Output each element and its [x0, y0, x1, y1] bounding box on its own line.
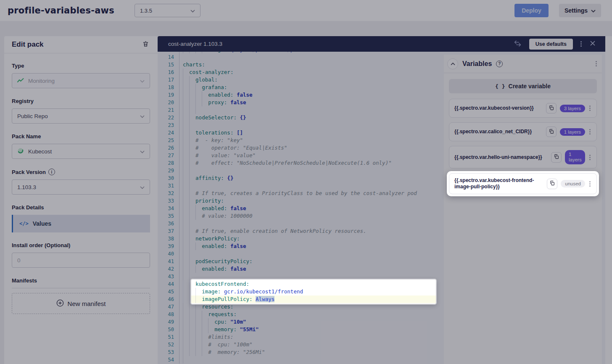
kebab-icon [589, 108, 591, 109]
line-number: 31 [158, 182, 179, 190]
chevron-down-icon [591, 7, 596, 14]
line-number: 25 [158, 137, 179, 144]
deploy-button[interactable]: Deploy [514, 4, 549, 17]
variable-usage-badge: 3 layers [560, 105, 585, 112]
chevron-down-icon [140, 78, 145, 84]
code-line-content: image: gcr.io/kubecost1/frontend [179, 288, 605, 295]
install-order-input[interactable] [12, 253, 150, 268]
registry-select[interactable]: Public Repo [12, 108, 150, 124]
variable-row-spotlight: {{.spectro.var.kubecost-frontend-image-p… [447, 171, 599, 196]
line-number: 45 [158, 288, 179, 295]
variable-row: {{.spectro.var.calico_net_CIDR}}1 layers [449, 122, 597, 141]
copy-variable-button[interactable] [546, 103, 557, 113]
edit-pack-panel: Edit pack Type Monitoring Registry Publ [4, 36, 158, 364]
variables-panel: Variables ? { } Create variable {{.spect… [444, 55, 602, 364]
variables-header: Variables ? [444, 55, 602, 73]
chevron-down-icon [140, 148, 145, 155]
code-line: 44kubecostFrontend: [158, 280, 605, 288]
type-label: Type [12, 63, 150, 69]
line-number: 29 [158, 167, 179, 174]
pack-details-values-tab[interactable]: </> Values [12, 215, 150, 232]
compare-values-button[interactable] [513, 40, 522, 49]
variable-row: {{.spectro.var.hello-uni-namespace}}1 la… [449, 146, 597, 169]
editor-close-button[interactable] [589, 40, 596, 48]
line-number: 32 [158, 190, 179, 197]
install-order-label: Install order (Optional) [12, 242, 150, 248]
editor-header: cost-analyzer 1.103.3 Use defaults [158, 36, 605, 52]
line-number: 17 [158, 76, 179, 84]
plus-circle-icon [56, 299, 64, 308]
copy-variable-button[interactable] [551, 152, 562, 163]
kebab-icon [596, 63, 597, 64]
new-manifest-label: New manifest [68, 300, 106, 307]
compare-icon [514, 40, 522, 48]
line-number: 51 [158, 333, 179, 341]
kebab-icon [580, 43, 582, 45]
variable-menu-button[interactable] [588, 131, 591, 132]
variable-usage-badge: 1 layers [565, 150, 585, 164]
copy-variable-button[interactable] [546, 127, 557, 137]
collapse-panel-button[interactable] [447, 58, 458, 69]
variable-menu-button[interactable] [588, 183, 591, 185]
help-icon[interactable]: ? [496, 61, 503, 67]
line-number: 27 [158, 152, 179, 159]
delete-pack-button[interactable] [141, 40, 150, 50]
line-number: 50 [158, 326, 179, 333]
monitoring-icon [17, 78, 24, 84]
info-icon[interactable]: i [48, 169, 55, 175]
line-number: 18 [158, 84, 179, 91]
kebab-icon [589, 131, 591, 132]
line-number: 41 [158, 258, 179, 265]
values-label: Values [33, 220, 51, 227]
pack-name-select[interactable]: Kubecost [12, 144, 150, 159]
line-number: 53 [158, 348, 179, 356]
variable-name: {{.spectro.var.hello-uni-namespace}} [454, 154, 548, 161]
settings-label: Settings [565, 7, 588, 14]
profile-version-value: 1.3.5 [140, 8, 152, 14]
type-value: Monitoring [28, 78, 55, 84]
line-number: 54 [158, 356, 179, 364]
line-number: 20 [158, 99, 179, 106]
line-number: 14 [158, 53, 179, 61]
close-icon [590, 41, 595, 47]
page-scrollbar[interactable] [605, 36, 612, 364]
pack-version-select[interactable]: 1.103.3 [12, 179, 150, 195]
top-bar: profile-variables-aws 1.3.5 Deploy Setti… [0, 0, 612, 21]
line-number: 48 [158, 311, 179, 318]
editor-menu-button[interactable] [580, 42, 583, 45]
code-line: 45image: gcr.io/kubecost1/frontend [158, 288, 605, 295]
profile-version-select[interactable]: 1.3.5 [135, 4, 200, 17]
variables-menu-button[interactable] [595, 62, 598, 65]
new-manifest-button[interactable]: New manifest [12, 293, 150, 314]
pack-details-label: Pack Details [12, 204, 150, 211]
variable-name: {{.spectro.var.kubecost-version}} [454, 105, 543, 111]
registry-label: Registry [12, 98, 150, 104]
line-number: 52 [158, 341, 179, 348]
create-variable-button[interactable]: { } Create variable [449, 79, 597, 93]
line-number: 26 [158, 144, 179, 152]
chevron-down-icon [140, 113, 145, 119]
copy-variable-button[interactable] [547, 179, 557, 189]
pack-version-value: 1.103.3 [17, 184, 36, 190]
kubecost-logo-icon [17, 148, 24, 156]
line-number: 39 [158, 243, 179, 250]
copy-icon [549, 129, 554, 135]
settings-button[interactable]: Settings [559, 4, 601, 17]
line-number: 34 [158, 205, 179, 212]
pack-name-value: Kubecost [28, 148, 52, 155]
line-number: 44 [158, 280, 179, 288]
line-number: 33 [158, 197, 179, 205]
variable-menu-button[interactable] [588, 108, 591, 109]
create-variable-label: Create variable [509, 83, 551, 90]
braces-icon: { } [495, 83, 505, 90]
type-select: Monitoring [12, 73, 150, 88]
variable-menu-button[interactable] [588, 157, 591, 158]
line-number: 42 [158, 265, 179, 273]
line-number: 43 [158, 273, 179, 280]
line-number: 16 [158, 69, 179, 76]
line-number: 23 [158, 121, 179, 129]
use-defaults-button[interactable]: Use defaults [529, 39, 573, 50]
variables-title: Variables [462, 60, 492, 68]
line-number: 15 [158, 61, 179, 69]
copy-icon [554, 154, 559, 161]
